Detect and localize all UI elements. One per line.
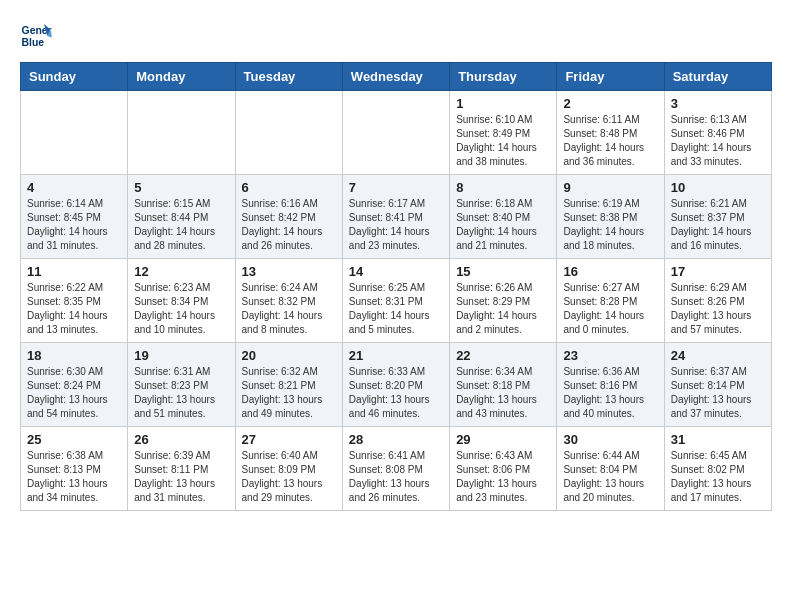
calendar-cell: 5Sunrise: 6:15 AM Sunset: 8:44 PM Daylig… [128,175,235,259]
day-number: 16 [563,264,657,279]
day-info: Sunrise: 6:33 AM Sunset: 8:20 PM Dayligh… [349,365,443,421]
day-number: 23 [563,348,657,363]
week-row-3: 11Sunrise: 6:22 AM Sunset: 8:35 PM Dayli… [21,259,772,343]
calendar-cell: 11Sunrise: 6:22 AM Sunset: 8:35 PM Dayli… [21,259,128,343]
day-number: 8 [456,180,550,195]
calendar-cell: 21Sunrise: 6:33 AM Sunset: 8:20 PM Dayli… [342,343,449,427]
day-number: 29 [456,432,550,447]
calendar-table: SundayMondayTuesdayWednesdayThursdayFrid… [20,62,772,511]
day-number: 31 [671,432,765,447]
calendar-cell: 13Sunrise: 6:24 AM Sunset: 8:32 PM Dayli… [235,259,342,343]
day-info: Sunrise: 6:30 AM Sunset: 8:24 PM Dayligh… [27,365,121,421]
day-number: 7 [349,180,443,195]
calendar-cell: 22Sunrise: 6:34 AM Sunset: 8:18 PM Dayli… [450,343,557,427]
calendar-cell: 6Sunrise: 6:16 AM Sunset: 8:42 PM Daylig… [235,175,342,259]
day-number: 9 [563,180,657,195]
calendar-cell: 31Sunrise: 6:45 AM Sunset: 8:02 PM Dayli… [664,427,771,511]
calendar-cell [342,91,449,175]
day-number: 2 [563,96,657,111]
day-info: Sunrise: 6:24 AM Sunset: 8:32 PM Dayligh… [242,281,336,337]
day-info: Sunrise: 6:23 AM Sunset: 8:34 PM Dayligh… [134,281,228,337]
weekday-monday: Monday [128,63,235,91]
svg-text:Blue: Blue [22,37,45,48]
calendar-cell: 9Sunrise: 6:19 AM Sunset: 8:38 PM Daylig… [557,175,664,259]
calendar-cell: 20Sunrise: 6:32 AM Sunset: 8:21 PM Dayli… [235,343,342,427]
weekday-wednesday: Wednesday [342,63,449,91]
day-info: Sunrise: 6:43 AM Sunset: 8:06 PM Dayligh… [456,449,550,505]
day-info: Sunrise: 6:37 AM Sunset: 8:14 PM Dayligh… [671,365,765,421]
day-info: Sunrise: 6:17 AM Sunset: 8:41 PM Dayligh… [349,197,443,253]
day-number: 3 [671,96,765,111]
day-number: 27 [242,432,336,447]
day-info: Sunrise: 6:11 AM Sunset: 8:48 PM Dayligh… [563,113,657,169]
logo-icon: General Blue [20,20,52,52]
calendar-cell: 2Sunrise: 6:11 AM Sunset: 8:48 PM Daylig… [557,91,664,175]
day-info: Sunrise: 6:25 AM Sunset: 8:31 PM Dayligh… [349,281,443,337]
weekday-saturday: Saturday [664,63,771,91]
day-number: 12 [134,264,228,279]
day-number: 28 [349,432,443,447]
calendar-cell: 18Sunrise: 6:30 AM Sunset: 8:24 PM Dayli… [21,343,128,427]
day-number: 20 [242,348,336,363]
day-info: Sunrise: 6:36 AM Sunset: 8:16 PM Dayligh… [563,365,657,421]
day-number: 19 [134,348,228,363]
day-info: Sunrise: 6:38 AM Sunset: 8:13 PM Dayligh… [27,449,121,505]
day-info: Sunrise: 6:45 AM Sunset: 8:02 PM Dayligh… [671,449,765,505]
day-number: 13 [242,264,336,279]
calendar-cell [21,91,128,175]
weekday-thursday: Thursday [450,63,557,91]
day-number: 17 [671,264,765,279]
day-info: Sunrise: 6:19 AM Sunset: 8:38 PM Dayligh… [563,197,657,253]
calendar-cell: 28Sunrise: 6:41 AM Sunset: 8:08 PM Dayli… [342,427,449,511]
week-row-1: 1Sunrise: 6:10 AM Sunset: 8:49 PM Daylig… [21,91,772,175]
weekday-header-row: SundayMondayTuesdayWednesdayThursdayFrid… [21,63,772,91]
day-number: 4 [27,180,121,195]
day-number: 15 [456,264,550,279]
calendar-cell: 8Sunrise: 6:18 AM Sunset: 8:40 PM Daylig… [450,175,557,259]
day-info: Sunrise: 6:29 AM Sunset: 8:26 PM Dayligh… [671,281,765,337]
calendar-cell: 26Sunrise: 6:39 AM Sunset: 8:11 PM Dayli… [128,427,235,511]
calendar-cell: 29Sunrise: 6:43 AM Sunset: 8:06 PM Dayli… [450,427,557,511]
week-row-4: 18Sunrise: 6:30 AM Sunset: 8:24 PM Dayli… [21,343,772,427]
day-info: Sunrise: 6:22 AM Sunset: 8:35 PM Dayligh… [27,281,121,337]
calendar-cell: 7Sunrise: 6:17 AM Sunset: 8:41 PM Daylig… [342,175,449,259]
day-info: Sunrise: 6:18 AM Sunset: 8:40 PM Dayligh… [456,197,550,253]
day-number: 30 [563,432,657,447]
day-number: 10 [671,180,765,195]
day-info: Sunrise: 6:21 AM Sunset: 8:37 PM Dayligh… [671,197,765,253]
week-row-5: 25Sunrise: 6:38 AM Sunset: 8:13 PM Dayli… [21,427,772,511]
calendar-cell: 23Sunrise: 6:36 AM Sunset: 8:16 PM Dayli… [557,343,664,427]
calendar-cell [235,91,342,175]
calendar-cell: 30Sunrise: 6:44 AM Sunset: 8:04 PM Dayli… [557,427,664,511]
day-number: 24 [671,348,765,363]
day-info: Sunrise: 6:44 AM Sunset: 8:04 PM Dayligh… [563,449,657,505]
calendar-cell: 10Sunrise: 6:21 AM Sunset: 8:37 PM Dayli… [664,175,771,259]
calendar-cell: 27Sunrise: 6:40 AM Sunset: 8:09 PM Dayli… [235,427,342,511]
day-number: 1 [456,96,550,111]
day-info: Sunrise: 6:27 AM Sunset: 8:28 PM Dayligh… [563,281,657,337]
calendar-cell: 17Sunrise: 6:29 AM Sunset: 8:26 PM Dayli… [664,259,771,343]
day-info: Sunrise: 6:40 AM Sunset: 8:09 PM Dayligh… [242,449,336,505]
day-info: Sunrise: 6:32 AM Sunset: 8:21 PM Dayligh… [242,365,336,421]
calendar-cell: 3Sunrise: 6:13 AM Sunset: 8:46 PM Daylig… [664,91,771,175]
calendar-cell: 12Sunrise: 6:23 AM Sunset: 8:34 PM Dayli… [128,259,235,343]
calendar-cell: 4Sunrise: 6:14 AM Sunset: 8:45 PM Daylig… [21,175,128,259]
weekday-friday: Friday [557,63,664,91]
day-info: Sunrise: 6:16 AM Sunset: 8:42 PM Dayligh… [242,197,336,253]
day-info: Sunrise: 6:41 AM Sunset: 8:08 PM Dayligh… [349,449,443,505]
day-number: 21 [349,348,443,363]
day-info: Sunrise: 6:15 AM Sunset: 8:44 PM Dayligh… [134,197,228,253]
day-info: Sunrise: 6:26 AM Sunset: 8:29 PM Dayligh… [456,281,550,337]
day-info: Sunrise: 6:14 AM Sunset: 8:45 PM Dayligh… [27,197,121,253]
day-info: Sunrise: 6:13 AM Sunset: 8:46 PM Dayligh… [671,113,765,169]
calendar-cell: 1Sunrise: 6:10 AM Sunset: 8:49 PM Daylig… [450,91,557,175]
logo: General Blue [20,20,56,52]
calendar-cell: 19Sunrise: 6:31 AM Sunset: 8:23 PM Dayli… [128,343,235,427]
day-number: 14 [349,264,443,279]
day-number: 6 [242,180,336,195]
day-number: 11 [27,264,121,279]
day-info: Sunrise: 6:31 AM Sunset: 8:23 PM Dayligh… [134,365,228,421]
day-info: Sunrise: 6:39 AM Sunset: 8:11 PM Dayligh… [134,449,228,505]
calendar-cell: 24Sunrise: 6:37 AM Sunset: 8:14 PM Dayli… [664,343,771,427]
weekday-sunday: Sunday [21,63,128,91]
